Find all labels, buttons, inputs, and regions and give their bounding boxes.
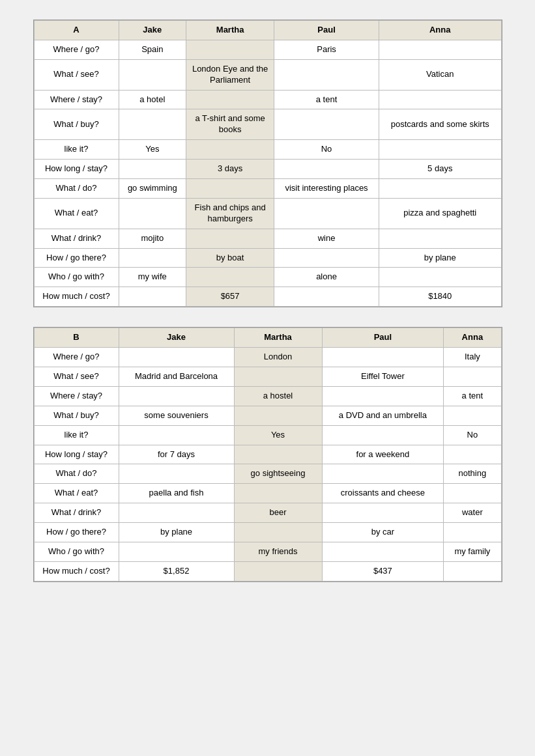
table-row: How / go there?by planeby car xyxy=(34,523,501,542)
table-row: Where / go?LondonItaly xyxy=(34,348,501,367)
question-cell: Where / stay? xyxy=(34,90,119,109)
anna-cell: 5 days xyxy=(379,160,501,179)
paul-cell: by car xyxy=(322,523,444,542)
question-cell: What / eat? xyxy=(34,484,119,503)
question-cell: like it? xyxy=(34,140,119,160)
table-row: Where / stay?a hotela tent xyxy=(34,90,501,109)
table-row: like it?YesNo xyxy=(34,140,501,160)
section-b-label: B xyxy=(34,328,119,348)
anna-cell: postcards and some skirts xyxy=(379,109,501,140)
question-cell: Who / go with? xyxy=(34,268,119,287)
anna-cell: a tent xyxy=(444,386,501,406)
jake-cell: my wife xyxy=(119,268,186,287)
anna-cell xyxy=(379,179,501,199)
question-cell: How / go there? xyxy=(34,523,119,542)
jake-cell: $1,852 xyxy=(119,561,234,581)
paul-cell: No xyxy=(274,140,379,160)
paul-cell xyxy=(274,198,379,229)
section-a-label: A xyxy=(34,21,119,40)
anna-cell: No xyxy=(444,425,501,445)
question-cell: How long / stay? xyxy=(34,445,119,464)
martha-cell: 3 days xyxy=(186,160,274,179)
paul-cell: Paris xyxy=(274,40,379,59)
header-jake-a: Jake xyxy=(119,21,186,40)
jake-cell: Spain xyxy=(119,40,186,59)
martha-cell: my friends xyxy=(234,542,322,562)
anna-cell: my family xyxy=(444,542,501,562)
anna-cell xyxy=(444,367,501,387)
paul-cell xyxy=(274,59,379,90)
jake-cell: paella and fish xyxy=(119,484,234,503)
table-row: What / buy?a T-shirt and some bookspostc… xyxy=(34,109,501,140)
table-row: What / drink?mojitowine xyxy=(34,229,501,248)
jake-cell xyxy=(119,348,234,367)
question-cell: What / drink? xyxy=(34,229,119,248)
martha-cell xyxy=(234,484,322,503)
question-cell: How / go there? xyxy=(34,248,119,268)
jake-cell xyxy=(119,425,234,445)
martha-cell: Yes xyxy=(234,425,322,445)
paul-cell xyxy=(322,348,444,367)
table-a: A Jake Martha Paul Anna Where / go?Spain… xyxy=(33,20,502,307)
table-row: How long / stay?3 days5 days xyxy=(34,160,501,179)
jake-cell: Madrid and Barcelona xyxy=(119,367,234,387)
anna-cell: pizza and spaghetti xyxy=(379,198,501,229)
jake-cell: by plane xyxy=(119,523,234,542)
question-cell: What / drink? xyxy=(34,503,119,523)
paul-cell xyxy=(322,386,444,406)
martha-cell: $657 xyxy=(186,287,274,307)
header-jake-b: Jake xyxy=(119,328,234,348)
jake-cell: for 7 days xyxy=(119,445,234,464)
paul-cell: Eiffel Tower xyxy=(322,367,444,387)
martha-cell xyxy=(234,367,322,387)
anna-cell: Vatican xyxy=(379,59,501,90)
header-anna-b: Anna xyxy=(444,328,501,348)
jake-cell xyxy=(119,503,234,523)
anna-cell xyxy=(379,229,501,248)
table-row: Where / go?SpainParis xyxy=(34,40,501,59)
jake-cell: Yes xyxy=(119,140,186,160)
paul-cell xyxy=(322,425,444,445)
paul-cell xyxy=(274,109,379,140)
martha-cell: a T-shirt and some books xyxy=(186,109,274,140)
table-row: Where / stay?a hostela tent xyxy=(34,386,501,406)
martha-cell: by boat xyxy=(186,248,274,268)
header-paul-b: Paul xyxy=(322,328,444,348)
question-cell: Where / go? xyxy=(34,40,119,59)
anna-cell xyxy=(444,484,501,503)
anna-cell xyxy=(379,90,501,109)
martha-cell xyxy=(186,90,274,109)
paul-cell xyxy=(274,248,379,268)
jake-cell xyxy=(119,109,186,140)
anna-cell: nothing xyxy=(444,464,501,484)
header-anna-a: Anna xyxy=(379,21,501,40)
martha-cell: beer xyxy=(234,503,322,523)
martha-cell xyxy=(234,445,322,464)
jake-cell xyxy=(119,287,186,307)
table-row: What / drink?beerwater xyxy=(34,503,501,523)
jake-cell: mojito xyxy=(119,229,186,248)
paul-cell xyxy=(274,160,379,179)
question-cell: What / eat? xyxy=(34,198,119,229)
martha-cell: go sightseeing xyxy=(234,464,322,484)
anna-cell xyxy=(379,40,501,59)
jake-cell: go swimming xyxy=(119,179,186,199)
paul-cell: croissants and cheese xyxy=(322,484,444,503)
jake-cell xyxy=(119,542,234,562)
paul-cell: alone xyxy=(274,268,379,287)
jake-cell xyxy=(119,464,234,484)
paul-cell xyxy=(274,287,379,307)
table-row: How / go there?by boatby plane xyxy=(34,248,501,268)
jake-cell xyxy=(119,198,186,229)
question-cell: How long / stay? xyxy=(34,160,119,179)
header-paul-a: Paul xyxy=(274,21,379,40)
paul-cell: a DVD and an umbrella xyxy=(322,406,444,425)
table-row: What / see?London Eye and the Parliament… xyxy=(34,59,501,90)
paul-cell: wine xyxy=(274,229,379,248)
anna-cell xyxy=(379,268,501,287)
table-row: What / do?go sightseeingnothing xyxy=(34,464,501,484)
anna-cell: $1840 xyxy=(379,287,501,307)
question-cell: Where / go? xyxy=(34,348,119,367)
jake-cell: some souveniers xyxy=(119,406,234,425)
anna-cell xyxy=(379,140,501,160)
